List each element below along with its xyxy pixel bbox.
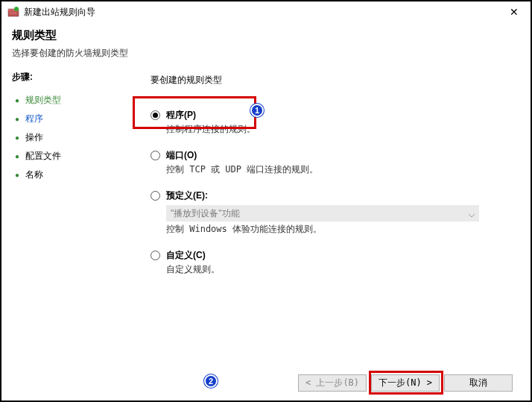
option-title: 端口(O): [166, 149, 318, 162]
bullet-icon: ●: [12, 170, 22, 180]
radio-port[interactable]: [151, 151, 160, 160]
option-program: 程序(P) 控制程序连接的规则。: [151, 109, 508, 136]
option-desc: 自定义规则。: [166, 263, 220, 276]
step-rule-type[interactable]: ● 规则类型: [12, 91, 123, 110]
step-program[interactable]: ● 程序: [12, 110, 123, 128]
back-button[interactable]: < 上一步(B): [298, 374, 367, 392]
option-predefined: 预定义(E): "播放到设备"功能 控制 Windows 体验功能连接的规则。: [151, 189, 508, 236]
step-label: 规则类型: [25, 94, 61, 107]
step-label: 操作: [25, 131, 43, 144]
option-desc: 控制程序连接的规则。: [166, 123, 256, 136]
chevron-down-icon: [469, 210, 475, 216]
option-desc: 控制 TCP 或 UDP 端口连接的规则。: [166, 163, 318, 176]
wizard-sidebar: 步骤: ● 规则类型 ● 程序 ● 操作 ● 配置文件 ● 名称: [1, 65, 134, 367]
bullet-icon: ●: [12, 114, 22, 125]
dropdown-value: "播放到设备"功能: [171, 207, 240, 220]
page-subtitle: 选择要创建的防火墙规则类型: [12, 47, 520, 60]
content-heading: 要创建的规则类型: [151, 74, 508, 87]
option-title: 自定义(C): [166, 249, 220, 262]
radio-predefined[interactable]: [151, 191, 160, 201]
bullet-icon: ●: [12, 151, 22, 162]
svg-rect-4: [10, 12, 13, 14]
option-title: 预定义(E):: [166, 189, 208, 202]
option-custom: 自定义(C) 自定义规则。: [151, 249, 508, 276]
step-label: 名称: [25, 169, 43, 181]
step-profile[interactable]: ● 配置文件: [12, 147, 123, 166]
svg-rect-1: [8, 9, 11, 11]
bullet-icon: ●: [12, 133, 22, 143]
step-action[interactable]: ● 操作: [12, 128, 123, 147]
window-title: 新建出站规则向导: [24, 6, 504, 19]
cancel-button[interactable]: 取消: [444, 374, 513, 392]
predefined-dropdown[interactable]: "播放到设备"功能: [166, 205, 479, 222]
header: 规则类型 选择要创建的防火墙规则类型: [1, 22, 531, 67]
step-label: 程序: [25, 113, 43, 125]
bullet-icon: ●: [12, 95, 22, 106]
wizard-footer: < 上一步(B) 下一步(N) > 取消 2: [298, 374, 513, 392]
svg-rect-5: [13, 12, 16, 14]
radio-program[interactable]: [151, 110, 160, 120]
steps-heading: 步骤:: [12, 71, 123, 84]
option-port: 端口(O) 控制 TCP 或 UDP 端口连接的规则。: [151, 149, 508, 176]
option-desc: 控制 Windows 体验功能连接的规则。: [166, 223, 508, 236]
option-title: 程序(P): [166, 109, 256, 122]
step-label: 配置文件: [25, 150, 61, 163]
close-button[interactable]: ✕: [504, 4, 525, 20]
annotation-callout-2: 2: [204, 374, 218, 388]
svg-point-6: [14, 7, 19, 11]
radio-custom[interactable]: [151, 251, 160, 260]
page-title: 规则类型: [12, 28, 520, 43]
next-button[interactable]: 下一步(N) >: [371, 374, 440, 392]
wizard-content: 要创建的规则类型 程序(P) 控制程序连接的规则。 端口(O) 控制 TCP 或…: [134, 65, 531, 367]
titlebar: 新建出站规则向导 ✕: [1, 1, 531, 22]
firewall-icon: [7, 6, 19, 18]
step-name[interactable]: ● 名称: [12, 166, 123, 184]
